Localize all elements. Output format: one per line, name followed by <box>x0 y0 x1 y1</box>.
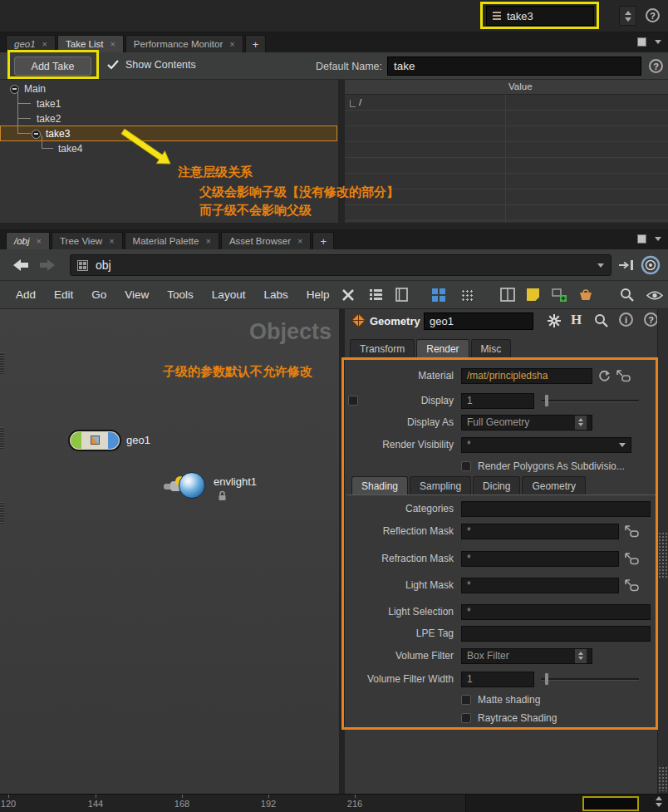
help-icon[interactable]: ? <box>649 59 663 73</box>
volume-filter-dropdown[interactable]: Box Filter <box>461 648 592 664</box>
spinner-up-icon[interactable] <box>625 11 631 15</box>
close-icon[interactable]: × <box>205 236 210 246</box>
subtab-sampling[interactable]: Sampling <box>410 476 471 495</box>
light-mask-input[interactable]: * <box>461 578 619 593</box>
pane-maximize-icon[interactable] <box>637 37 646 47</box>
matte-shading-checkbox[interactable] <box>461 695 471 705</box>
take-row-main[interactable]: Main <box>10 81 46 96</box>
network-path-field[interactable]: obj <box>70 254 612 276</box>
search-icon[interactable] <box>594 313 609 328</box>
menu-tools[interactable]: Tools <box>158 288 203 301</box>
help-icon[interactable]: ? <box>644 312 658 327</box>
sticky-note-icon[interactable] <box>527 288 539 301</box>
menu-layout[interactable]: Layout <box>203 288 255 301</box>
playbar-spinner[interactable] <box>656 796 662 807</box>
display-enable-checkbox[interactable] <box>348 396 358 406</box>
close-icon[interactable]: × <box>297 236 302 246</box>
tab-obj[interactable]: /obj × <box>6 232 50 249</box>
default-name-input[interactable]: take <box>387 57 641 76</box>
slider-handle[interactable] <box>545 673 548 685</box>
close-icon[interactable]: × <box>110 39 115 49</box>
value-root-row[interactable]: / <box>350 97 361 107</box>
gear-icon[interactable] <box>547 313 562 328</box>
add-take-button[interactable]: Add Take <box>14 57 91 76</box>
tab-misc[interactable]: Misc <box>471 339 512 358</box>
vertical-pane-splitter[interactable] <box>339 309 345 794</box>
material-input[interactable]: /mat/principledsha <box>461 368 592 384</box>
take-row-take1[interactable]: take1 <box>37 96 61 111</box>
categories-input[interactable] <box>461 501 651 517</box>
pane-grip[interactable] <box>0 502 4 524</box>
spinner-down-icon[interactable] <box>656 803 662 807</box>
pane-grip[interactable] <box>0 352 4 374</box>
horizontal-pane-splitter[interactable] <box>0 223 668 229</box>
dropdown-arrow-icon[interactable] <box>619 443 626 447</box>
find-node-icon[interactable] <box>640 254 661 276</box>
render-visibility-input[interactable]: * <box>461 437 631 453</box>
pane-splitter[interactable] <box>338 80 345 223</box>
take-row-take2[interactable]: take2 <box>37 111 61 126</box>
visibility-eye-icon[interactable] <box>646 290 663 301</box>
menu-add[interactable]: Add <box>7 288 45 301</box>
pane-menu-arrow-icon[interactable] <box>655 237 661 241</box>
render-polygons-checkbox[interactable] <box>461 461 471 471</box>
slider-handle[interactable] <box>545 395 548 406</box>
spinner-down-icon[interactable] <box>625 17 631 22</box>
help-icon[interactable]: ? <box>646 8 660 22</box>
light-selection-input[interactable]: * <box>461 604 651 620</box>
notebook-icon[interactable] <box>395 288 409 303</box>
new-tab-button[interactable]: + <box>312 232 334 249</box>
display-slider[interactable] <box>541 393 639 408</box>
display-input[interactable]: 1 <box>461 393 534 409</box>
new-tab-button[interactable]: + <box>245 35 267 52</box>
menu-go[interactable]: Go <box>82 288 115 301</box>
new-network-icon[interactable] <box>552 288 567 303</box>
spinner-up-icon[interactable] <box>656 796 662 800</box>
pin-pane-icon[interactable] <box>618 259 635 271</box>
pane-grip[interactable] <box>0 427 4 449</box>
tree-list-icon[interactable] <box>369 288 383 302</box>
pane-menu-arrow-icon[interactable] <box>655 40 661 44</box>
node-chooser-icon[interactable] <box>624 552 639 565</box>
scrollbar-grip[interactable] <box>658 532 668 578</box>
path-dropdown-arrow-icon[interactable] <box>597 263 604 268</box>
refraction-mask-input[interactable]: * <box>461 551 619 567</box>
close-icon[interactable]: × <box>229 39 234 49</box>
forward-icon[interactable] <box>38 258 56 272</box>
tab-take-list[interactable]: Take List × <box>57 35 124 52</box>
take-row-take3[interactable]: take3 <box>32 126 70 141</box>
take-spinner[interactable] <box>619 6 636 26</box>
show-contents-toggle[interactable]: Show Contents <box>107 59 196 71</box>
dots-grid-icon[interactable] <box>460 288 474 302</box>
node-chooser-icon[interactable] <box>624 524 639 538</box>
tab-geo1[interactable]: geo1 × <box>6 35 56 52</box>
node-chooser-icon[interactable] <box>624 578 639 592</box>
close-icon[interactable]: × <box>37 236 42 246</box>
subtab-geometry[interactable]: Geometry <box>522 476 586 495</box>
subtab-dicing[interactable]: Dicing <box>473 476 520 495</box>
revert-icon[interactable] <box>597 369 611 382</box>
dropdown-spinner-icon[interactable] <box>575 416 587 430</box>
search-icon[interactable] <box>620 288 635 303</box>
node-envlight1[interactable] <box>164 470 210 502</box>
geo-node-flag-left[interactable] <box>71 432 81 449</box>
reflection-mask-input[interactable]: * <box>461 524 619 539</box>
pane-grip[interactable] <box>658 766 668 791</box>
display-as-dropdown[interactable]: Full Geometry <box>461 415 592 431</box>
tab-asset-browser[interactable]: Asset Browser × <box>221 232 312 249</box>
menu-view[interactable]: View <box>115 288 158 301</box>
lpe-tag-input[interactable] <box>461 626 651 642</box>
tab-performance-monitor[interactable]: Performance Monitor × <box>125 35 243 52</box>
houdini-logo[interactable]: H <box>571 312 582 328</box>
layout-grid-icon[interactable] <box>432 288 445 302</box>
node-chooser-icon[interactable] <box>616 369 631 382</box>
raytrace-shading-checkbox[interactable] <box>461 713 471 723</box>
menu-edit[interactable]: Edit <box>45 288 82 301</box>
back-icon[interactable] <box>12 258 30 272</box>
dropdown-spinner-icon[interactable] <box>575 649 587 663</box>
info-icon[interactable]: i <box>619 312 633 327</box>
collapse-icon[interactable] <box>10 85 19 94</box>
split-panes-icon[interactable] <box>500 288 515 302</box>
network-editor[interactable]: Objects 子级的参数默认不允许修改 geo1 envlight1 <box>0 309 339 794</box>
close-icon[interactable]: × <box>42 39 47 49</box>
